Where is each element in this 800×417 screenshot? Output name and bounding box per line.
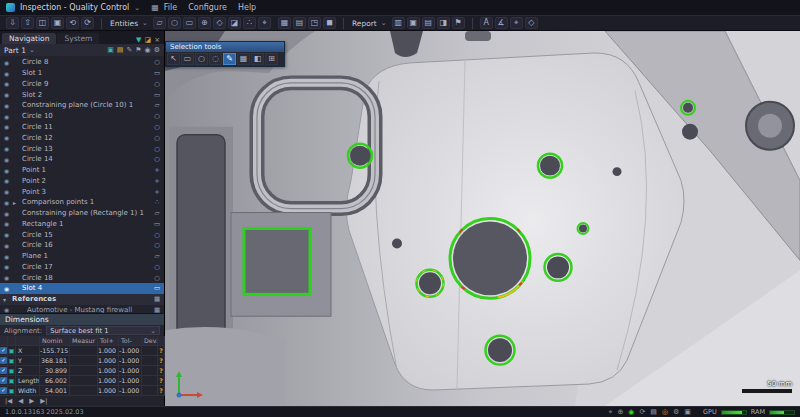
report-table-icon[interactable]: ▥ xyxy=(392,17,405,29)
tree-item[interactable]: ◉Point 2+ xyxy=(0,175,164,186)
visibility-eye-icon[interactable]: ◉ xyxy=(3,220,10,227)
status-camera-icon[interactable]: ◉ xyxy=(628,409,634,416)
tree-item[interactable]: ◉Circle 8○ xyxy=(0,57,164,68)
expand-arrow-icon[interactable]: ▾ xyxy=(3,296,9,303)
comparison-points-icon[interactable]: ∴ xyxy=(243,17,256,29)
report-export-icon[interactable]: ◨ xyxy=(437,17,450,29)
tree-item[interactable]: ◉Circle 11○ xyxy=(0,122,164,133)
select-brush-icon[interactable]: ✎ xyxy=(223,53,236,65)
tree-item[interactable]: ◉Slot 2▭ xyxy=(0,89,164,100)
tree-item[interactable]: ◉Circle 14○ xyxy=(0,154,164,165)
help-icon[interactable]: ? xyxy=(158,356,165,366)
visibility-eye-icon[interactable]: ◉ xyxy=(3,80,10,87)
select-all-icon[interactable]: ⊞ xyxy=(265,53,278,65)
row-checkbox[interactable]: ✓ xyxy=(0,366,8,376)
export-data-icon[interactable]: ⇧ xyxy=(21,17,34,29)
chevron-down-icon[interactable]: ⌄ xyxy=(142,19,148,27)
status-settings-icon[interactable]: ⚙ xyxy=(673,409,679,416)
tree-item[interactable]: ◉Circle 12○ xyxy=(0,132,164,143)
edit-icon[interactable]: ✎ xyxy=(126,47,132,54)
tree-item[interactable]: ◉Constraining plane (Rectangle 1) 1▱ xyxy=(0,208,164,219)
app-grid-icon[interactable]: ▦ xyxy=(151,3,159,12)
viewport[interactable]: Selection tools ↖▭○◌✎▦◧⊞ 50 mm xyxy=(165,31,800,406)
create-plane-icon[interactable]: ▱ xyxy=(153,17,166,29)
visibility-eye-icon[interactable]: ◉ xyxy=(3,59,10,66)
part-header[interactable]: Part 1 ⌄ ▣▤✎⚑◉⚙ xyxy=(0,44,164,56)
grid-view-icon[interactable]: ▦ xyxy=(278,17,291,29)
select-circle-icon[interactable]: ○ xyxy=(195,53,208,65)
camera-icon[interactable]: ◉ xyxy=(145,47,151,54)
help-icon[interactable]: ? xyxy=(158,366,165,376)
create-polygon-icon[interactable]: ◇ xyxy=(213,17,226,29)
row-checkbox[interactable]: ✓ xyxy=(0,346,8,356)
status-measure-icon[interactable]: ⌖ xyxy=(609,409,613,416)
visibility-eye-icon[interactable]: ◉ xyxy=(3,242,10,249)
save-project-icon[interactable]: ▣ xyxy=(51,17,64,29)
shaded-view-icon[interactable]: ◼ xyxy=(323,17,336,29)
last-page-icon[interactable]: ▶| xyxy=(40,398,47,405)
create-surface-icon[interactable]: ◪ xyxy=(228,17,241,29)
tree-item[interactable]: ◉Automotive - Mustang firewall▦ xyxy=(0,305,164,313)
select-pointer-icon[interactable]: ↖ xyxy=(167,53,180,65)
chevron-down-icon[interactable]: ⌄ xyxy=(29,46,35,54)
tree-item[interactable]: ▾References▦ xyxy=(0,294,164,305)
visibility-eye-icon[interactable]: ◉ xyxy=(3,188,10,195)
tree-item[interactable]: ◉Circle 16○ xyxy=(0,240,164,251)
menu-configure[interactable]: Configure xyxy=(188,3,227,12)
status-snap-icon[interactable]: ▣ xyxy=(684,409,691,416)
select-freeform-icon[interactable]: ◌ xyxy=(209,53,222,65)
view-cube-icon[interactable]: ◇ xyxy=(525,17,538,29)
report-flag-icon[interactable]: ⚑ xyxy=(452,17,465,29)
select-invert-icon[interactable]: ◧ xyxy=(251,53,264,65)
tree-item[interactable]: ◉Circle 13○ xyxy=(0,143,164,154)
create-slot-icon[interactable]: ▭ xyxy=(183,17,196,29)
visibility-eye-icon[interactable]: ◉ xyxy=(3,91,10,98)
status-sync-icon[interactable]: ⟳ xyxy=(639,409,645,416)
menu-file[interactable]: File xyxy=(164,3,177,12)
help-icon[interactable]: ? xyxy=(158,376,165,386)
visibility-eye-icon[interactable]: ◉ xyxy=(3,199,10,206)
filter-icon[interactable]: ▼ xyxy=(136,37,141,44)
visibility-eye-icon[interactable]: ◉ xyxy=(3,145,10,152)
visibility-eye-icon[interactable]: ◉ xyxy=(3,177,10,184)
visibility-eye-icon[interactable]: ◉ xyxy=(3,167,10,174)
tree-item[interactable]: ◉▸Comparison points 1∴ xyxy=(0,197,164,208)
visibility-eye-icon[interactable]: ◉ xyxy=(3,70,10,77)
import-data-icon[interactable]: ⇩ xyxy=(6,17,19,29)
tree-item[interactable]: ◉Circle 10○ xyxy=(0,111,164,122)
tree-item[interactable]: ◉Circle 17○ xyxy=(0,262,164,273)
tree-settings-icon[interactable]: ⚙ xyxy=(154,47,160,54)
status-target-icon[interactable]: ◎ xyxy=(662,409,668,416)
next-page-icon[interactable]: ▶ xyxy=(29,398,34,405)
visibility-eye-icon[interactable]: ◉ xyxy=(3,134,10,141)
color-map-icon[interactable]: ▣ xyxy=(107,47,114,54)
measure-icon[interactable]: ⌖ xyxy=(258,17,271,29)
tree-item[interactable]: ◉Circle 15○ xyxy=(0,229,164,240)
help-icon[interactable]: ? xyxy=(158,346,165,356)
visibility-eye-icon[interactable]: ◉ xyxy=(3,156,10,163)
visibility-eye-icon[interactable]: ◉ xyxy=(3,102,10,109)
mesh-view-icon[interactable]: ▤ xyxy=(293,17,306,29)
visibility-eye-icon[interactable]: ◉ xyxy=(3,123,10,130)
annotations-icon[interactable]: A xyxy=(480,17,493,29)
menu-help[interactable]: Help xyxy=(238,3,256,12)
visibility-eye-icon[interactable]: ◉ xyxy=(3,274,10,281)
visibility-eye-icon[interactable]: ◉ xyxy=(3,113,10,120)
create-point-icon[interactable]: ⊕ xyxy=(198,17,211,29)
first-page-icon[interactable]: |◀ xyxy=(5,398,12,405)
select-surface-icon[interactable]: ▦ xyxy=(237,53,250,65)
row-checkbox[interactable]: ✓ xyxy=(0,376,8,386)
expand-arrow-icon[interactable]: ▸ xyxy=(13,199,19,206)
tree-item[interactable]: ◉Circle 18○ xyxy=(0,272,164,283)
dimensions-panel-title[interactable]: Dimensions xyxy=(0,314,164,325)
visibility-eye-icon[interactable]: ◉ xyxy=(3,231,10,238)
alignment-tool-icon[interactable]: ⌖ xyxy=(510,17,523,29)
chevron-down-icon[interactable]: ⌄ xyxy=(134,4,140,12)
status-probe-icon[interactable]: ⊕ xyxy=(617,409,623,416)
prev-page-icon[interactable]: ◀ xyxy=(18,398,23,405)
dimension-tool-icon[interactable]: ∡ xyxy=(495,17,508,29)
select-rectangle-icon[interactable]: ▭ xyxy=(181,53,194,65)
report-snapshot-icon[interactable]: ▣ xyxy=(407,17,420,29)
create-circle-icon[interactable]: ○ xyxy=(168,17,181,29)
chevron-down-icon[interactable]: ⌄ xyxy=(381,19,387,27)
